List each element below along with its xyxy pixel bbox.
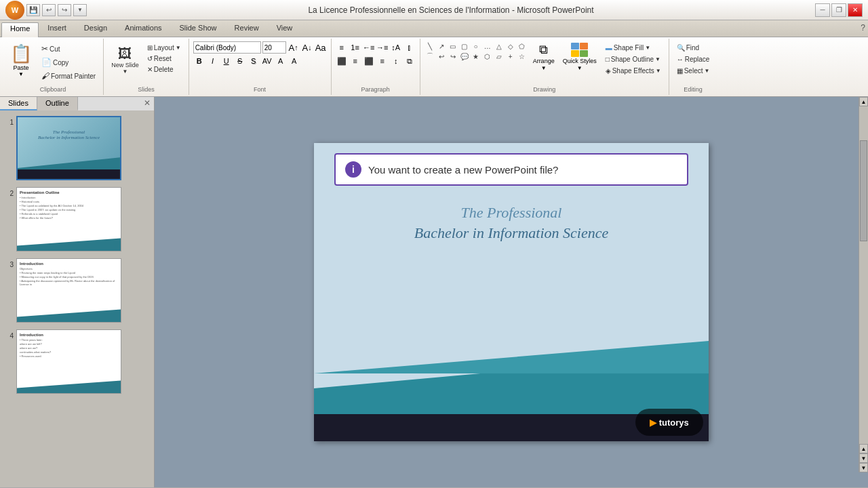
clear-format-button[interactable]: Aa (315, 41, 327, 54)
increase-font-button[interactable]: A↑ (288, 41, 300, 54)
reset-button[interactable]: ↺Reset (144, 54, 184, 64)
shape-effects-button[interactable]: ◈ Shape Effects ▼ (602, 66, 665, 76)
shape-circle[interactable]: ○ (471, 41, 481, 51)
slide-item[interactable]: 3 Introduction Objectives • Revising the… (3, 256, 151, 325)
font-name-input[interactable] (193, 41, 261, 54)
smart-art-button[interactable]: ⧉ (403, 55, 416, 67)
slide-item[interactable]: 1 The ProfessionalBachelor in Informatio… (3, 113, 151, 183)
copy-button[interactable]: 📄Copy (38, 56, 99, 68)
slide-thumbnail[interactable]: The ProfessionalBachelor in Information … (16, 116, 121, 180)
shape-triangle[interactable]: △ (494, 41, 505, 51)
slide-thumbnail[interactable]: Introduction • Three years later: where … (16, 329, 121, 394)
canvas-scroll-vertical[interactable]: ▲ ▲ ▼ ▼ (859, 97, 868, 472)
font-group: A↑ A↓ Aa B I U S S AV A A Font (189, 39, 332, 95)
shape-hexagon[interactable]: ⬡ (482, 52, 493, 61)
scroll-up-button[interactable]: ▲ (859, 97, 868, 106)
slide-panel: Slides Outline ✕ 1 The ProfessionalBache… (0, 97, 155, 487)
save-button[interactable]: 💾 (26, 4, 40, 16)
bold-button[interactable]: B (193, 55, 205, 67)
tab-outline[interactable]: Outline (37, 97, 78, 110)
paste-button[interactable]: 📋 Paste ▼ (7, 40, 35, 81)
shape-cross[interactable]: + (505, 52, 516, 61)
shape-arrow[interactable]: ↗ (436, 41, 447, 51)
decrease-font-button[interactable]: A↓ (301, 41, 313, 54)
thumb-bg: Introduction • Three years later: where … (17, 330, 121, 393)
font-color-button[interactable]: A (275, 55, 287, 67)
redo-button[interactable]: ↪ (58, 4, 71, 16)
font-size-input[interactable] (262, 41, 286, 54)
numbering-button[interactable]: 1≡ (349, 41, 361, 54)
tab-design[interactable]: Design (75, 22, 116, 37)
slide-thumbnail[interactable]: Presentation Outline • Introduction • Hi… (16, 187, 121, 251)
text-direction-button[interactable]: ↕A (390, 41, 402, 54)
increase-indent-button[interactable]: →≡ (376, 41, 389, 54)
minimize-button[interactable]: ─ (815, 3, 830, 17)
office-button[interactable]: W (5, 1, 24, 20)
scroll-prev-slide[interactable]: ▲ (859, 444, 868, 453)
shape-line[interactable]: ╲ (425, 41, 435, 51)
slide-canvas[interactable]: i You want to create a new PowerPoint fi… (314, 143, 709, 441)
columns-button[interactable]: ⫿ (403, 41, 416, 54)
shape-rect[interactable]: ▭ (448, 41, 458, 51)
find-button[interactable]: 🔍 Find (673, 43, 713, 53)
shape-connector[interactable]: ↩ (436, 52, 447, 61)
replace-button[interactable]: ↔ Replace (673, 54, 713, 64)
new-slide-button[interactable]: 🖼 New Slide ▼ (108, 40, 142, 81)
align-right-button[interactable]: ⬛ (363, 55, 375, 67)
char-spacing-button[interactable]: AV (261, 55, 273, 67)
arrange-button[interactable]: ⧉ Arrange ▼ (530, 41, 557, 73)
line-spacing-button[interactable]: ↕ (390, 55, 402, 67)
shadow-button[interactable]: S (248, 55, 260, 67)
format-painter-button[interactable]: 🖌Format Painter (38, 70, 99, 82)
align-center-button[interactable]: ≡ (349, 55, 361, 67)
undo-button[interactable]: ↩ (42, 4, 56, 16)
layout-button[interactable]: ⊞Layout ▼ (144, 43, 184, 53)
shape-star[interactable]: ★ (471, 52, 481, 61)
slide-item[interactable]: 2 Presentation Outline • Introduction • … (3, 184, 151, 254)
shape-rounded-rect[interactable]: ▢ (459, 41, 470, 51)
decrease-indent-button[interactable]: ←≡ (363, 41, 375, 54)
shape-pentagon[interactable]: ⬠ (517, 41, 528, 51)
shape-parallelogram[interactable]: ▱ (494, 52, 505, 61)
underline-button[interactable]: U (220, 55, 233, 67)
panel-close-button[interactable]: ✕ (140, 97, 154, 110)
quick-styles-button[interactable]: Quick Styles ▼ (560, 41, 599, 73)
italic-button[interactable]: I (207, 55, 219, 67)
restore-button[interactable]: ❐ (831, 3, 846, 17)
scroll-next-slide[interactable]: ▼ (859, 453, 868, 463)
justify-button[interactable]: ≡ (376, 55, 389, 67)
highlight-button[interactable]: A (288, 55, 300, 67)
select-button[interactable]: ▦ Select ▼ (673, 66, 713, 76)
shape-bent[interactable]: ↪ (448, 52, 458, 61)
close-button[interactable]: ✕ (848, 3, 863, 17)
slide-thumbnail[interactable]: Introduction Objectives • Revising the m… (16, 258, 121, 323)
ribbon-help[interactable]: ? (859, 22, 867, 37)
shape-fill-button[interactable]: ▬ Shape Fill ▼ (602, 43, 665, 53)
tab-view[interactable]: View (268, 22, 302, 37)
tab-insert[interactable]: Insert (39, 22, 75, 37)
quick-access-dropdown[interactable]: ▼ (73, 4, 87, 16)
canvas-area[interactable]: i You want to create a new PowerPoint fi… (155, 97, 868, 487)
tab-slideshow[interactable]: Slide Show (171, 22, 226, 37)
slide-title-line2: Bachelor in Information Science (414, 224, 609, 242)
tab-home[interactable]: Home (1, 22, 39, 37)
shape-more[interactable]: … (482, 41, 493, 51)
shape-action[interactable]: ☆ (517, 52, 528, 61)
scroll-down-button[interactable]: ▼ (859, 463, 868, 472)
shape-curve[interactable]: ⌒ (425, 52, 435, 61)
delete-button[interactable]: ✕Delete (144, 64, 184, 75)
align-left-button[interactable]: ⬛ (336, 55, 348, 67)
slides-list[interactable]: 1 The ProfessionalBachelor in Informatio… (0, 110, 154, 487)
shape-outline-button[interactable]: □ Shape Outline ▼ (602, 54, 665, 64)
cut-button[interactable]: ✂Cut (38, 43, 99, 55)
tab-review[interactable]: Review (226, 22, 268, 37)
tab-animations[interactable]: Animations (116, 22, 170, 37)
strikethrough-button[interactable]: S (234, 55, 246, 67)
ribbon-tabs: Home Insert Design Animations Slide Show… (0, 20, 868, 37)
scroll-thumb[interactable] (860, 140, 867, 241)
shape-diamond[interactable]: ◇ (505, 41, 516, 51)
bullets-button[interactable]: ≡ (336, 41, 348, 54)
shape-callout[interactable]: 💬 (459, 52, 470, 61)
slide-item[interactable]: 4 Introduction • Three years later: wher… (3, 327, 151, 396)
tab-slides[interactable]: Slides (0, 97, 37, 110)
